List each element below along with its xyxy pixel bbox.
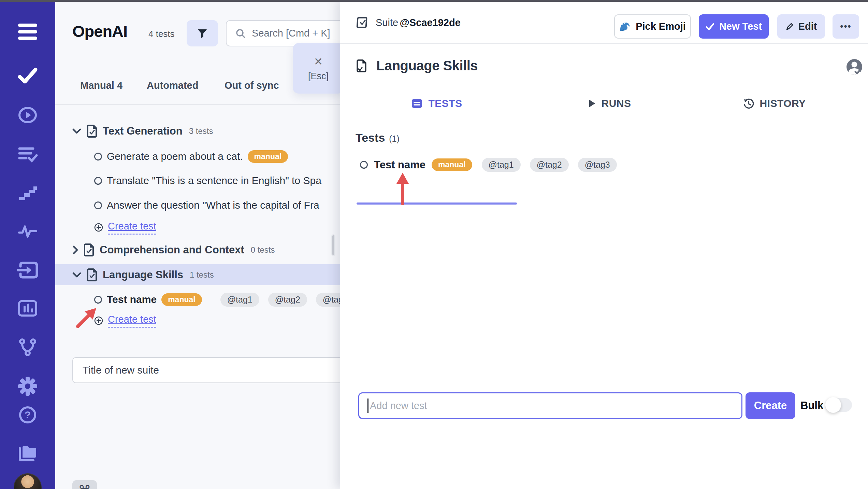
test-status-icon [94, 153, 102, 160]
create-test-link[interactable]: Create test [108, 221, 156, 235]
window-top-edge [0, 0, 868, 2]
sidebar-item-import[interactable] [0, 260, 55, 281]
close-search-popup[interactable]: × [Esc] [293, 43, 344, 94]
bulk-toggle[interactable] [826, 398, 852, 412]
tab-runs[interactable]: RUNS [530, 89, 690, 118]
test-row[interactable]: Answer the question "What is the capital… [94, 196, 319, 214]
help-icon: ? [18, 406, 37, 424]
new-test-button[interactable]: New Test [699, 14, 769, 39]
tab-manual[interactable]: Manual 4 [80, 80, 122, 91]
suite-row-language-skills[interactable]: Language Skills 1 tests [72, 265, 214, 284]
bulk-label: Bulk [800, 400, 823, 412]
play-icon [588, 99, 596, 108]
tests-list-icon [411, 98, 423, 109]
scrollbar-thumb[interactable] [331, 234, 335, 256]
sidebar-item-branches[interactable] [0, 337, 55, 358]
sidebar-item-tests[interactable] [0, 65, 55, 86]
sidebar-item-help[interactable]: ? [0, 404, 55, 425]
suite-owner-avatar[interactable] [846, 59, 863, 75]
test-status-icon [94, 177, 102, 185]
more-options-button[interactable]: ••• [833, 14, 859, 39]
tag-badge: @tag3 [578, 158, 617, 172]
test-row-test-name[interactable]: Test name manual @tag1 @tag2 @tag3 [94, 291, 355, 308]
tag-badge: @tag1 [482, 158, 521, 172]
tag-badge: @tag1 [220, 293, 259, 307]
tests-section-heading: Tests [356, 131, 385, 144]
tests-section-count: (1) [389, 134, 400, 144]
suite-type-label: Suite [376, 17, 398, 28]
test-status-icon [94, 296, 102, 304]
suite-name: Comprehension and Context [100, 244, 244, 256]
activity-pulse-icon [18, 224, 38, 239]
test-row[interactable]: Translate "This is a sentence in English… [94, 172, 321, 190]
create-button[interactable]: Create [746, 392, 795, 419]
sidebar-item-activity[interactable] [0, 221, 55, 242]
create-label: Create [754, 400, 787, 412]
tab-out-of-sync[interactable]: Out of sync [225, 80, 279, 91]
edit-button[interactable]: Edit [777, 14, 825, 39]
new-suite-placeholder: Title of new suite [83, 364, 159, 376]
command-shortcut-badge[interactable]: ⌘ [72, 480, 97, 489]
annotation-arrow-up [391, 171, 415, 206]
suite-test-count: 3 tests [189, 126, 213, 136]
suite-row-text-generation[interactable]: Text Generation 3 tests [72, 122, 213, 141]
test-row-main[interactable]: Test name manual @tag1 @tag2 @tag3 [360, 158, 617, 172]
menu-button[interactable] [0, 21, 55, 42]
sidebar-item-steps[interactable] [0, 182, 55, 204]
pick-emoji-button[interactable]: Pick Emoji [614, 14, 691, 39]
tab-history[interactable]: HISTORY [694, 89, 855, 118]
close-icon[interactable]: × [314, 55, 323, 68]
active-tab-underline [357, 202, 517, 205]
manual-badge: manual [432, 158, 472, 171]
test-name: Test name [107, 294, 157, 305]
suite-check-square-icon [356, 16, 368, 29]
suite-detail-header: Suite @Scae192de Pick Emoji New Test Edi… [340, 0, 868, 44]
test-status-icon [94, 201, 102, 209]
play-circle-icon [18, 106, 37, 125]
filter-button[interactable] [187, 20, 218, 46]
file-check-icon [83, 243, 95, 257]
new-suite-title-input[interactable]: Title of new suite [72, 357, 379, 383]
hamburger-menu-icon [18, 24, 37, 40]
create-test-row[interactable]: Create test [94, 219, 156, 236]
sidebar-item-results[interactable] [0, 143, 55, 165]
check-icon [706, 23, 714, 30]
svg-text:?: ? [25, 409, 31, 420]
suite-id: @Scae192de [400, 17, 461, 28]
app-logo: OpenAI [72, 22, 127, 41]
text-caret [367, 399, 368, 413]
import-box-icon [17, 262, 38, 279]
suite-detail-panel: Suite @Scae192de Pick Emoji New Test Edi… [340, 0, 868, 489]
test-row[interactable]: Generate a poem about a cat. manual [94, 148, 288, 165]
chevron-right-icon[interactable] [72, 246, 78, 254]
sidebar-item-runs[interactable] [0, 104, 55, 126]
folders-icon [17, 443, 38, 462]
test-name: Translate "This is a sentence in English… [107, 175, 321, 186]
sidebar-item-settings[interactable] [0, 376, 55, 397]
sidebar-item-files[interactable] [0, 442, 55, 463]
tab-tests[interactable]: TESTS [357, 89, 517, 118]
sidebar-item-reports[interactable] [0, 298, 55, 319]
annotation-arrow-left [73, 303, 102, 330]
stairs-icon [18, 184, 38, 201]
tab-automated[interactable]: Automated [147, 80, 198, 91]
search-icon [235, 28, 246, 39]
ellipsis-icon: ••• [840, 21, 851, 32]
chevron-down-icon[interactable] [72, 128, 81, 134]
add-test-input[interactable]: Add new test [358, 392, 742, 419]
suite-test-count: 1 tests [190, 270, 214, 280]
list-check-icon [17, 145, 38, 163]
create-test-link[interactable]: Create test [108, 314, 156, 328]
chevron-down-icon[interactable] [72, 272, 81, 278]
history-clock-icon [743, 98, 754, 109]
create-test-row[interactable]: Create test [94, 312, 156, 330]
wave-emoji [619, 22, 631, 32]
person-check-icon [846, 59, 863, 75]
tab-runs-label: RUNS [601, 98, 631, 109]
file-check-icon [86, 124, 98, 138]
user-avatar[interactable] [0, 472, 55, 489]
tag-badge: @tag2 [530, 158, 569, 172]
suite-tabs: TESTS RUNS HISTORY [340, 89, 868, 118]
test-name: Generate a poem about a cat. [107, 151, 243, 162]
suite-row-comprehension[interactable]: Comprehension and Context 0 tests [72, 240, 275, 260]
